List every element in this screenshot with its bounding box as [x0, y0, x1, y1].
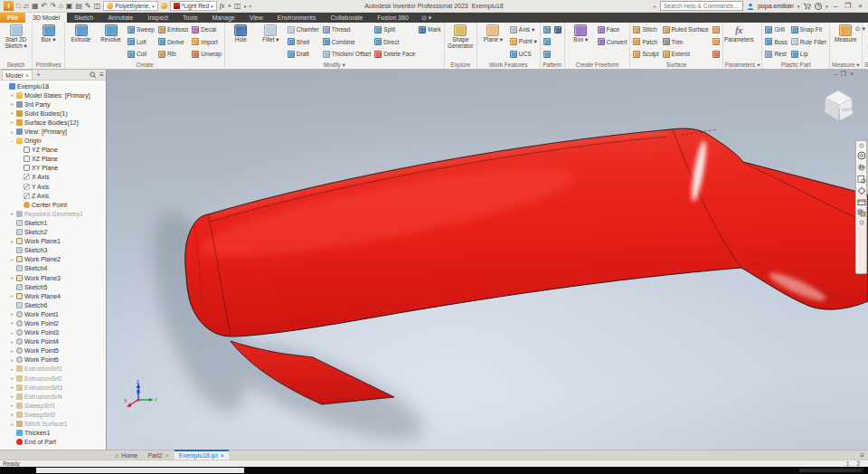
doc-tab-home[interactable]: ⌂Home	[110, 450, 142, 460]
ribbon-button-sculpt[interactable]: Sculpt	[632, 48, 659, 61]
ribbon-button-ucs[interactable]: UCS	[509, 48, 538, 61]
zoom-icon[interactable]	[857, 175, 866, 184]
ribbon-button-rib[interactable]: Rib	[157, 48, 189, 61]
ribbon-button-icon-only[interactable]	[712, 24, 721, 36]
expander-icon[interactable]: +	[9, 330, 14, 336]
ribbon-button-extrude[interactable]: Extrude	[67, 24, 95, 43]
expander-icon[interactable]: +	[9, 239, 14, 244]
inventor-logo-icon[interactable]: I	[4, 1, 14, 11]
ribbon-button-icon-only[interactable]	[553, 24, 562, 36]
ribbon-button-fillet[interactable]: Fillet ▾	[257, 24, 285, 43]
ribbon-tab-manage[interactable]: Manage	[204, 13, 241, 23]
ribbon-button-import[interactable]: Import	[191, 36, 222, 49]
chevron-down-icon[interactable]: ▾	[826, 4, 828, 9]
tree-item-thicken1[interactable]: Thicken1	[0, 429, 106, 438]
expander-icon[interactable]: +	[9, 275, 14, 280]
expander-icon[interactable]: +	[9, 101, 14, 107]
ribbon-tab-sketch[interactable]: Sketch	[67, 13, 100, 23]
tree-item-x-axis[interactable]: X Axis	[0, 173, 106, 182]
tree-item-xy-plane[interactable]: XY Plane	[0, 164, 106, 173]
viewport-3d[interactable]: – ❐ ×	[107, 70, 868, 450]
fx-parameters-icon[interactable]: fx	[220, 2, 225, 11]
ribbon-button-hole[interactable]: Hole	[227, 24, 255, 43]
doc-close-button[interactable]: ×	[850, 71, 854, 78]
ribbon-button-face[interactable]: Face	[597, 24, 628, 36]
expander-icon[interactable]: +	[9, 293, 14, 299]
share-icon[interactable]: ▤	[75, 2, 82, 11]
ribbon-button-split[interactable]: Split	[373, 24, 416, 36]
ribbon-button-snap-fit[interactable]: Snap Fit	[790, 24, 827, 36]
save-icon[interactable]: ▦	[32, 2, 39, 11]
ribbon-button-direct[interactable]: Direct	[373, 36, 416, 49]
ribbon-button-derive[interactable]: Derive	[157, 36, 189, 49]
view-cube[interactable]: RIGHT	[819, 86, 857, 126]
ribbon-button-point[interactable]: Point ▾	[509, 36, 538, 49]
ribbon-button-extend[interactable]: Extend	[662, 48, 710, 61]
close-icon[interactable]: ×	[221, 452, 224, 459]
tree-item-xz-plane[interactable]: XZ Plane	[0, 155, 106, 164]
tree-item-stitch-surface1[interactable]: +Stitch Surface1	[0, 419, 106, 428]
ribbon-button-parameters[interactable]: fxParameters	[725, 24, 753, 43]
ribbon-tab-tools[interactable]: Tools	[175, 13, 204, 23]
appearance-combo[interactable]: *Light Red ▾	[170, 1, 217, 11]
navigation-wheel-icon[interactable]	[857, 151, 866, 160]
tree-item-work-point3[interactable]: +Work Point3	[0, 328, 106, 337]
window-icon[interactable]: ◫	[234, 2, 241, 11]
ribbon-button-trim[interactable]: Trim	[662, 36, 710, 49]
ribbon-button-emboss[interactable]: Emboss	[157, 24, 189, 36]
ribbon-button-icon-only[interactable]	[542, 24, 552, 36]
tree-item-3rd-party[interactable]: +3rd Party	[0, 100, 106, 109]
help-icon[interactable]: ?	[815, 3, 822, 10]
sketch-icon[interactable]: ✎	[85, 2, 91, 11]
expander-icon[interactable]: +	[9, 375, 14, 381]
expander-icon[interactable]: +	[9, 129, 14, 135]
undo-icon[interactable]: ↶	[42, 2, 48, 11]
ribbon-button-loft[interactable]: Loft	[127, 36, 156, 49]
expander-icon[interactable]: +	[9, 422, 14, 427]
cart-icon[interactable]	[803, 3, 811, 10]
ribbon-button-boss[interactable]: Boss	[764, 36, 788, 49]
ribbon-button-ruled-surface[interactable]: Ruled Surface	[662, 24, 710, 36]
expander-icon[interactable]: +	[9, 357, 14, 363]
doc-minimize-button[interactable]: –	[834, 71, 837, 78]
ribbon-tab-view[interactable]: View	[242, 13, 270, 23]
ribbon-button-shell[interactable]: Shell	[287, 36, 320, 49]
navbar-top-icon[interactable]	[859, 143, 864, 148]
status-page-number[interactable]: 1	[846, 460, 850, 467]
ribbon-tab-inspect[interactable]: Inspect	[140, 13, 175, 23]
tree-item-sketch3[interactable]: Sketch3	[0, 246, 106, 255]
ribbon-button-convert[interactable]: Convert	[597, 36, 628, 49]
tree-item-extrusionsrf1[interactable]: +ExtrusionSrf1	[0, 365, 106, 374]
tree-item-end-of-part[interactable]: End of Part	[0, 438, 106, 447]
plus-icon[interactable]: +	[227, 2, 231, 11]
redo-icon[interactable]: ↷	[50, 2, 56, 11]
restore-button[interactable]: ❐	[843, 2, 853, 10]
expander-icon[interactable]: +	[9, 110, 14, 116]
tree-item-work-point2[interactable]: +Work Point2	[0, 318, 106, 327]
chevron-down-icon[interactable]: ▾	[797, 4, 800, 9]
browser-menu-icon[interactable]: ≡	[99, 71, 104, 79]
tree-item-sketch1[interactable]: Sketch1	[0, 218, 106, 227]
tree-item-work-plane3[interactable]: +Work Plane3	[0, 273, 106, 282]
expander-icon[interactable]: +	[9, 320, 14, 326]
ribbon-button-decal[interactable]: Decal	[191, 24, 222, 36]
expander-icon[interactable]: +	[9, 366, 14, 372]
add-browser-tab-button[interactable]: +	[34, 71, 42, 79]
ribbon-button-delete-face[interactable]: Delete Face	[373, 48, 416, 61]
ribbon-tab-collaborate[interactable]: Collaborate	[324, 13, 371, 23]
material-combo[interactable]: Polyethylene, ▾	[103, 1, 158, 11]
chevron-down-icon[interactable]: ▾	[244, 4, 247, 9]
ribbon-show-panels-icon[interactable]: ⊙ ▾	[421, 13, 431, 23]
ribbon-button-chamfer[interactable]: Chamfer	[287, 24, 320, 36]
open-file-icon[interactable]: ▱	[24, 2, 29, 11]
iproperties-icon[interactable]: ▣	[66, 2, 73, 11]
ribbon-tab-fusion-360[interactable]: Fusion 360	[370, 13, 416, 23]
close-button[interactable]: ×	[856, 2, 864, 10]
tree-item-y-axis[interactable]: Y Axis	[0, 182, 106, 191]
new-file-icon[interactable]: □	[16, 2, 21, 11]
ribbon-button-icon-only[interactable]	[712, 36, 721, 49]
user-name[interactable]: popa.emilian	[758, 3, 794, 9]
ribbon-button-thicken-offset[interactable]: Thicken/ Offset	[322, 48, 373, 61]
ribbon-button-sweep[interactable]: Sweep	[127, 24, 156, 36]
tree-item-view-primary[interactable]: +View: [Primary]	[0, 127, 106, 136]
